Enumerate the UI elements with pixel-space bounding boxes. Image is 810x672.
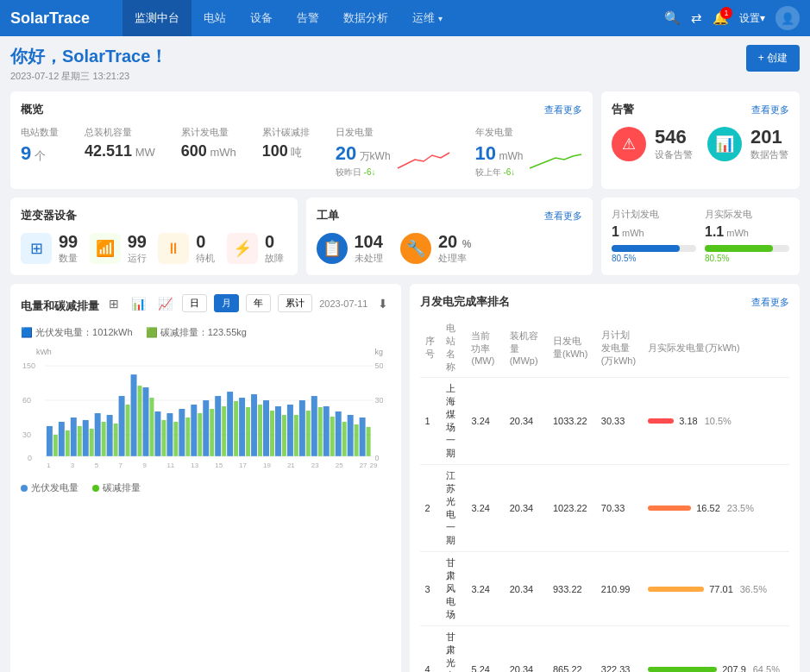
svg-text:kg: kg bbox=[375, 348, 383, 356]
avatar[interactable]: 👤 bbox=[775, 6, 800, 30]
workorder-content: 📋 104 未处理 🔧 20 % 处理率 bbox=[317, 232, 583, 265]
nav-item-device[interactable]: 设备 bbox=[238, 0, 285, 36]
greeting-hello: 你好，SolarTrace！ bbox=[10, 45, 167, 68]
ranking-header: 月发电完成率排名 查看更多 bbox=[420, 294, 790, 310]
top-grid: 概览 查看更多 电站数量 9 个 总装机容量 42.511 MW 累计发电量 6… bbox=[10, 91, 800, 189]
inv-fault: ⚡ 0 故障 bbox=[227, 232, 287, 265]
actual-progress-bar bbox=[705, 245, 789, 252]
svg-rect-43 bbox=[227, 392, 233, 456]
svg-rect-75 bbox=[330, 417, 335, 456]
svg-text:60: 60 bbox=[22, 396, 31, 405]
nav-item-monitor[interactable]: 监测中台 bbox=[122, 0, 192, 36]
svg-rect-39 bbox=[203, 400, 209, 456]
table-row: 4 甘肃光电一期 5.24 20.34 865.22 322.33 207.96… bbox=[420, 626, 790, 673]
stat-daily: 日发电量 20 万kWh 较昨日 -6↓ bbox=[336, 126, 449, 179]
svg-text:11: 11 bbox=[166, 462, 174, 469]
alert-device-icon: ⚠ bbox=[612, 127, 646, 161]
search-icon[interactable]: 🔍 bbox=[664, 10, 681, 26]
chart-line-btn[interactable]: 📈 bbox=[155, 297, 175, 311]
chart-bar-btn[interactable]: 📊 bbox=[129, 297, 148, 311]
svg-text:3: 3 bbox=[71, 462, 75, 469]
nav-item-ops[interactable]: 运维 ▾ bbox=[400, 0, 455, 36]
energy-legend: 光伏发电量 碳减排量 bbox=[21, 481, 391, 494]
overview-more[interactable]: 查看更多 bbox=[544, 104, 582, 116]
stat-station-count: 电站数量 9 个 bbox=[21, 126, 59, 165]
inv-fault-icon: ⚡ bbox=[227, 233, 258, 264]
table-row: 2 江苏光电一期 3.24 20.34 1023.22 70.33 16.522… bbox=[420, 465, 790, 552]
svg-rect-78 bbox=[348, 415, 354, 456]
svg-rect-77 bbox=[342, 422, 347, 456]
svg-text:0: 0 bbox=[28, 454, 32, 462]
alerts-more[interactable]: 查看更多 bbox=[751, 104, 789, 116]
app-logo: SolarTrace bbox=[10, 9, 105, 28]
inverter-card: 逆变器设备 ⊞ 99 数量 📶 99 运行 bbox=[10, 198, 298, 275]
svg-rect-70 bbox=[299, 400, 305, 456]
svg-text:kWh: kWh bbox=[36, 348, 52, 356]
overview-card: 概览 查看更多 电站数量 9 个 总装机容量 42.511 MW 累计发电量 6… bbox=[10, 91, 593, 189]
chart-table-btn[interactable]: ⊞ bbox=[106, 297, 122, 311]
greeting-datetime: 2023-07-12 星期三 13:21:23 bbox=[10, 70, 167, 83]
svg-rect-68 bbox=[287, 405, 293, 456]
legend-solar: 光伏发电量 bbox=[21, 481, 78, 494]
chart-total-btn[interactable]: 累计 bbox=[278, 294, 312, 312]
stat-yearly: 年发电量 10 mWh 较上年 -6↓ bbox=[475, 126, 582, 179]
svg-rect-41 bbox=[215, 396, 221, 456]
col-capacity: 装机容量(MWp) bbox=[505, 318, 548, 378]
svg-rect-20 bbox=[90, 429, 94, 456]
alert-data: 📊 201 数据告警 bbox=[707, 126, 789, 161]
workorder-header: 工单 查看更多 bbox=[317, 208, 583, 223]
svg-rect-33 bbox=[166, 413, 173, 456]
svg-rect-29 bbox=[143, 387, 149, 456]
svg-text:25: 25 bbox=[336, 462, 343, 469]
nav-item-station[interactable]: 电站 bbox=[192, 0, 238, 36]
svg-rect-35 bbox=[179, 409, 185, 456]
svg-text:23: 23 bbox=[311, 462, 319, 469]
plan-progress-bar bbox=[612, 245, 696, 252]
svg-rect-74 bbox=[323, 406, 330, 456]
svg-text:15: 15 bbox=[215, 462, 223, 469]
svg-rect-27 bbox=[131, 374, 137, 456]
chart-day-btn[interactable]: 日 bbox=[182, 294, 207, 312]
svg-rect-81 bbox=[367, 427, 371, 456]
col-actual: 月实际发电量(万kWh) bbox=[643, 318, 789, 378]
inverter-stats: ⊞ 99 数量 📶 99 运行 ⏸ 0 bbox=[21, 232, 287, 265]
ranking-card: 月发电完成率排名 查看更多 序号 电站名称 当前功率(MW) 装机容量(MWp)… bbox=[410, 284, 801, 672]
workorder-title: 工单 bbox=[317, 208, 339, 223]
inv-running: 📶 99 运行 bbox=[90, 232, 150, 265]
ranking-table: 序号 电站名称 当前功率(MW) 装机容量(MWp) 日发电量(kWh) 月计划… bbox=[420, 318, 790, 672]
chart-download-btn[interactable]: ⬇ bbox=[375, 297, 391, 311]
nav-item-alarm[interactable]: 告警 bbox=[285, 0, 331, 36]
wo-unhandled: 📋 104 未处理 bbox=[317, 232, 383, 265]
navbar: SolarTrace 监测中台 电站 设备 告警 数据分析 运维 ▾ 🔍 ⇄ 🔔… bbox=[0, 0, 810, 36]
workorder-more[interactable]: 查看更多 bbox=[544, 210, 582, 223]
svg-rect-50 bbox=[270, 411, 274, 456]
svg-rect-13 bbox=[47, 426, 53, 456]
svg-rect-51 bbox=[275, 406, 281, 456]
main-content: 你好，SolarTrace！ 2023-07-12 星期三 13:21:23 +… bbox=[0, 36, 810, 672]
inverter-header: 逆变器设备 bbox=[21, 208, 287, 223]
ranking-title: 月发电完成率排名 bbox=[420, 294, 510, 310]
svg-rect-34 bbox=[173, 422, 178, 456]
inv-total: ⊞ 99 数量 bbox=[21, 232, 81, 265]
wo-unhandled-icon: 📋 bbox=[317, 233, 348, 264]
inv-running-icon: 📶 bbox=[90, 233, 121, 264]
stat-capacity: 总装机容量 42.511 MW bbox=[85, 126, 155, 160]
wo-rate: 🔧 20 % 处理率 bbox=[400, 232, 471, 265]
legend-solar-label: 光伏发电量 bbox=[31, 481, 78, 494]
nav-item-analysis[interactable]: 数据分析 bbox=[331, 0, 400, 36]
overview-header: 概览 查看更多 bbox=[21, 102, 582, 117]
ranking-more[interactable]: 查看更多 bbox=[751, 296, 789, 309]
svg-text:9: 9 bbox=[143, 462, 148, 469]
refresh-icon[interactable]: ⇄ bbox=[691, 10, 702, 26]
settings-button[interactable]: 设置▾ bbox=[739, 11, 765, 26]
energy-bar-chart: kWh 150 60 30 0 kg 50 30 0 bbox=[21, 344, 391, 474]
alerts-title: 告警 bbox=[612, 102, 634, 117]
chart-year-btn[interactable]: 年 bbox=[246, 294, 271, 312]
chart-month-btn[interactable]: 月 bbox=[214, 294, 239, 312]
create-button[interactable]: + 创建 bbox=[746, 45, 800, 72]
svg-rect-16 bbox=[66, 430, 70, 456]
solar-info: 🟦 光伏发电量：1012kWh bbox=[21, 327, 133, 337]
nav-right: 🔍 ⇄ 🔔 1 设置▾ 👤 bbox=[664, 6, 800, 30]
alert-data-icon: 📊 bbox=[707, 127, 742, 161]
svg-rect-37 bbox=[191, 405, 197, 456]
